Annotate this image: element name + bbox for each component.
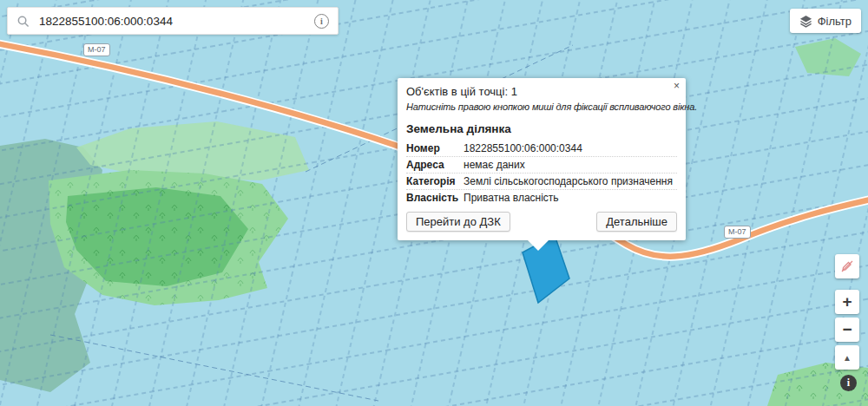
search-icon	[16, 15, 30, 28]
parcel-attributes: Номер 1822855100:06:000:0344 Адреса нема…	[406, 141, 677, 206]
layers-icon	[799, 15, 812, 28]
search-info-icon[interactable]: i	[314, 14, 329, 29]
popup-close-icon[interactable]: ×	[674, 81, 680, 91]
filter-button-label: Фільтр	[818, 15, 852, 28]
popup-objects-count: Об'єктів в цій точці: 1	[406, 85, 677, 99]
parcel-row-category: Категорія Землі сільськогосподарського п…	[406, 174, 677, 190]
info-button[interactable]: i	[840, 375, 857, 391]
pencil-slash-icon	[840, 259, 854, 273]
goto-dzk-button[interactable]: Перейти до ДЗК	[406, 212, 510, 232]
road-label-m07-right: М-07	[724, 226, 751, 239]
details-button[interactable]: Детальніше	[596, 212, 677, 232]
parcel-info-popup: × Об'єктів в цій точці: 1 Натисніть прав…	[398, 78, 686, 240]
north-arrow-button[interactable]: ▲	[835, 345, 859, 370]
popup-actions: Перейти до ДЗК Детальніше	[406, 212, 677, 232]
parcel-row-number: Номер 1822855100:06:000:0344	[406, 141, 677, 157]
filter-button[interactable]: Фільтр	[790, 9, 861, 33]
road-label-m07-left: М-07	[83, 43, 110, 56]
search-bar: i	[7, 7, 339, 35]
popup-section-title: Земельна ділянка	[406, 122, 677, 136]
cadastral-map-app: М-07 М-07 i Фільтр × Об'єктів в цій точц…	[0, 0, 868, 406]
popup-hint: Натисніть правою кнопкою миші для фіксац…	[406, 101, 677, 114]
popup-pointer	[528, 240, 549, 251]
edit-disabled-button[interactable]	[835, 254, 859, 278]
zoom-out-button[interactable]: −	[835, 318, 859, 342]
zoom-in-button[interactable]: +	[835, 290, 859, 314]
parcel-row-ownership: Власність Приватна власність	[406, 190, 677, 206]
search-input[interactable]	[37, 14, 314, 29]
parcel-row-address: Адреса немає даних	[406, 157, 677, 174]
